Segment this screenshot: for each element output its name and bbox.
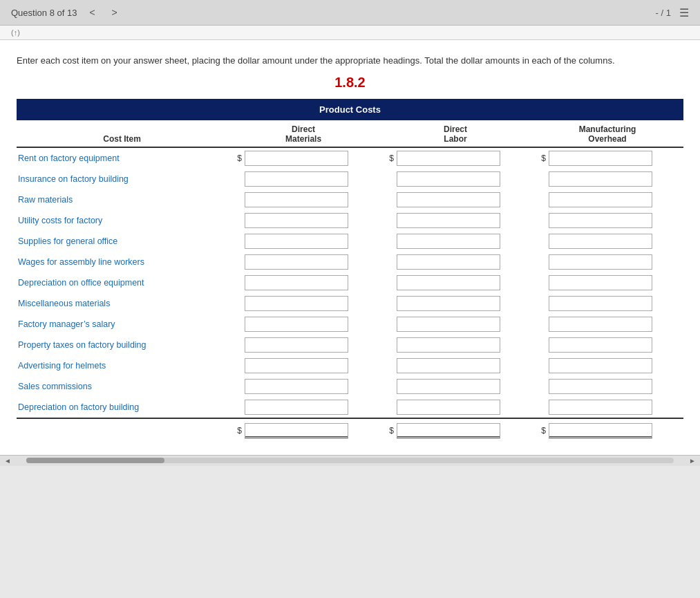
input-dl-row-6[interactable] xyxy=(397,254,500,270)
dollar-sign-mo-row-4 xyxy=(531,210,547,231)
input-mo-row-12[interactable] xyxy=(549,379,652,394)
scroll-right-arrow[interactable]: ► xyxy=(685,457,700,465)
cost-item-label-1: Rent on factory equipment xyxy=(17,147,227,169)
input-dm-row-9[interactable] xyxy=(245,317,348,332)
input-cell-dm-row-6 xyxy=(243,252,379,272)
next-button[interactable]: > xyxy=(108,6,122,19)
input-dm-row-13[interactable] xyxy=(245,400,348,415)
scroll-left-arrow[interactable]: ◄ xyxy=(0,457,15,465)
input-mo-row-5[interactable] xyxy=(549,234,652,249)
dollar-sign-dl-row-12 xyxy=(379,376,395,397)
input-cell-dl-row-10 xyxy=(395,335,531,355)
input-dm-row-11[interactable] xyxy=(245,358,348,373)
input-dm-row-6[interactable] xyxy=(245,254,348,270)
input-dm-row-4[interactable] xyxy=(245,213,348,228)
input-cell-dm-row-1 xyxy=(243,147,379,169)
input-cell-mo-row-1 xyxy=(547,147,683,169)
input-cell-mo-row-12 xyxy=(547,376,683,397)
dollar-sign-mo-row-6 xyxy=(531,252,547,272)
total-input-dl-total[interactable] xyxy=(397,423,500,438)
table-row: Factory manager’s salary xyxy=(17,314,683,335)
input-mo-row-1[interactable] xyxy=(549,151,652,166)
input-mo-row-13[interactable] xyxy=(549,400,652,415)
table-row: Depreciation on office equipment xyxy=(17,272,683,293)
input-mo-row-6[interactable] xyxy=(549,254,652,270)
cost-item-label-12: Sales commissions xyxy=(17,376,227,397)
input-cell-dm-row-8 xyxy=(243,293,379,314)
input-dl-row-5[interactable] xyxy=(397,234,500,249)
input-dm-row-12[interactable] xyxy=(245,379,348,394)
input-dm-row-7[interactable] xyxy=(245,275,348,290)
input-cell-dl-row-9 xyxy=(395,314,531,335)
input-cell-dl-row-12 xyxy=(395,376,531,397)
input-mo-row-8[interactable] xyxy=(549,296,652,311)
prev-button[interactable]: < xyxy=(85,6,99,19)
dollar-sign-mo-row-1: $ xyxy=(531,147,547,169)
table-row: Utility costs for factory xyxy=(17,210,683,231)
col-header-manufacturing-overhead: ManufacturingOverhead xyxy=(531,120,683,147)
input-dl-row-1[interactable] xyxy=(397,151,500,166)
dollar-sign-dm-row-2 xyxy=(227,169,243,189)
input-dm-row-8[interactable] xyxy=(245,296,348,311)
input-mo-row-9[interactable] xyxy=(549,317,652,332)
dollar-sign-dl-row-3 xyxy=(379,189,395,210)
input-dl-row-2[interactable] xyxy=(397,171,500,187)
total-input-mo-total[interactable] xyxy=(549,423,652,438)
col-header-direct-materials: DirectMaterials xyxy=(227,120,379,147)
input-dl-row-11[interactable] xyxy=(397,358,500,373)
input-cell-dm-row-12 xyxy=(243,376,379,397)
scroll-thumb[interactable] xyxy=(26,458,164,463)
input-dl-row-3[interactable] xyxy=(397,192,500,207)
total-dollar-mo-total: $ xyxy=(531,418,547,441)
input-mo-row-7[interactable] xyxy=(549,275,652,290)
input-dl-row-8[interactable] xyxy=(397,296,500,311)
input-mo-row-4[interactable] xyxy=(549,213,652,228)
dollar-sign-mo-row-2 xyxy=(531,169,547,189)
table-row: Miscellaneous materials xyxy=(17,293,683,314)
input-dm-row-2[interactable] xyxy=(245,171,348,187)
input-dm-row-10[interactable] xyxy=(245,337,348,353)
input-mo-row-2[interactable] xyxy=(549,171,652,187)
input-cell-dl-row-7 xyxy=(395,272,531,293)
table-row: Depreciation on factory building xyxy=(17,397,683,418)
input-cell-dm-row-5 xyxy=(243,231,379,252)
dollar-sign-dl-row-2 xyxy=(379,169,395,189)
input-dm-row-1[interactable] xyxy=(245,151,348,166)
table-row: Supplies for general office xyxy=(17,231,683,252)
instruction-text: Enter each cost item on your answer shee… xyxy=(17,54,618,68)
bottom-scrollbar[interactable]: ◄ ► xyxy=(0,455,700,466)
input-dm-row-5[interactable] xyxy=(245,234,348,249)
input-cell-mo-row-7 xyxy=(547,272,683,293)
input-dl-row-9[interactable] xyxy=(397,317,500,332)
cost-item-label-5: Supplies for general office xyxy=(17,231,227,252)
cost-item-label-3: Raw materials xyxy=(17,189,227,210)
cost-item-label-8: Miscellaneous materials xyxy=(17,293,227,314)
input-mo-row-11[interactable] xyxy=(549,358,652,373)
menu-icon[interactable]: ☰ xyxy=(679,6,689,19)
dollar-sign-dm-row-13 xyxy=(227,397,243,418)
input-dl-row-10[interactable] xyxy=(397,337,500,353)
input-dl-row-13[interactable] xyxy=(397,400,500,415)
input-dm-row-3[interactable] xyxy=(245,192,348,207)
cost-item-label-2: Insurance on factory building xyxy=(17,169,227,189)
top-bar: Question 8 of 13 < > - / 1 ☰ xyxy=(0,0,700,26)
input-mo-row-10[interactable] xyxy=(549,337,652,353)
total-input-dm-total[interactable] xyxy=(245,423,348,438)
total-label-empty xyxy=(17,418,227,441)
input-dl-row-12[interactable] xyxy=(397,379,500,394)
exercise-number: 1.8.2 xyxy=(17,75,683,91)
input-dl-row-7[interactable] xyxy=(397,275,500,290)
dollar-sign-dm-row-10 xyxy=(227,335,243,355)
dollar-sign-dm-row-8 xyxy=(227,293,243,314)
input-cell-dm-row-10 xyxy=(243,335,379,355)
cost-item-label-10: Property taxes on factory building xyxy=(17,335,227,355)
input-cell-dl-row-8 xyxy=(395,293,531,314)
question-label: Question 8 of 13 xyxy=(11,8,77,18)
input-cell-dl-row-13 xyxy=(395,397,531,418)
input-mo-row-3[interactable] xyxy=(549,192,652,207)
input-dl-row-4[interactable] xyxy=(397,213,500,228)
input-cell-mo-row-3 xyxy=(547,189,683,210)
input-cell-dm-row-9 xyxy=(243,314,379,335)
total-dollar-dm-total: $ xyxy=(227,418,243,441)
col-header-cost-item: Cost Item xyxy=(17,120,227,147)
